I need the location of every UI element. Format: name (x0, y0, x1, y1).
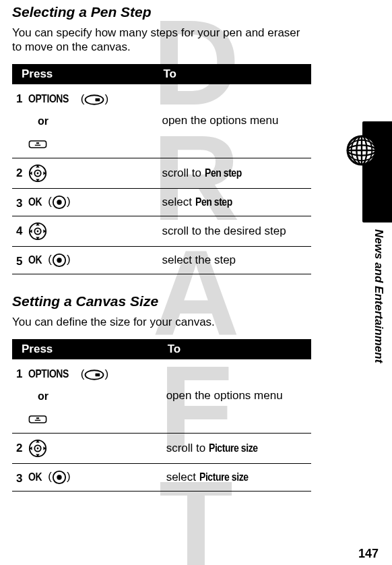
col-press: Press (12, 64, 158, 84)
svg-rect-4 (35, 144, 40, 145)
to-cell: open the options menu (162, 359, 311, 434)
section2-body: You can define the size for your canvas. (12, 315, 311, 329)
ok-key-label: OK (28, 196, 42, 209)
right-softkey-icon (84, 90, 104, 108)
press-cell (28, 434, 162, 464)
table-row: 5 OK ( ) select the step (12, 247, 311, 274)
table-row: 1 OPTIONS ( ) or open the options menu (12, 359, 311, 434)
to-cell: scroll to the desired step (158, 216, 311, 247)
step-number: 2 (12, 158, 28, 189)
svg-point-22 (57, 258, 61, 263)
menu-key-icon (28, 409, 47, 427)
table-row: 2 scroll to Picture size (12, 434, 311, 464)
menu-ref: Pen step (195, 196, 232, 209)
or-label: or (38, 113, 154, 130)
press-cell: OPTIONS ( ) or (28, 84, 158, 158)
table-row: 3 OK ( ) select Picture size (12, 464, 311, 492)
nav-key-icon (28, 164, 47, 183)
svg-point-13 (57, 200, 61, 205)
step-number: 5 (12, 247, 28, 274)
section2-heading: Setting a Canvas Size (12, 293, 311, 309)
ok-key-label: OK (28, 471, 42, 484)
section1-body: You can specify how many steps for your … (12, 26, 311, 55)
nav-key-icon (28, 222, 47, 241)
table-row: 2 scroll to Pen step (12, 158, 311, 189)
table-row: 3 OK ( ) select Pen step (12, 189, 311, 216)
svg-rect-24 (96, 374, 100, 377)
step-number: 1 (12, 359, 28, 434)
to-cell: scroll to Pen step (158, 158, 311, 189)
svg-point-16 (37, 231, 39, 233)
center-select-icon (52, 470, 67, 485)
menu-ref: Picture size (209, 442, 258, 455)
press-cell (28, 158, 158, 189)
nav-key-icon (28, 439, 47, 458)
step-number: 3 (12, 464, 28, 492)
center-select-icon (52, 253, 67, 268)
press-cell: OPTIONS ( ) or (28, 359, 162, 434)
table-row: 1 OPTIONS ( ) or open the options menu (12, 84, 311, 158)
page-number: 147 (358, 547, 379, 561)
col-to: To (158, 64, 311, 84)
svg-rect-27 (35, 419, 40, 420)
press-cell: OK ( ) (28, 189, 158, 216)
to-cell: select the step (158, 247, 311, 274)
svg-point-36 (57, 475, 61, 480)
svg-rect-26 (36, 417, 39, 419)
step-number: 1 (12, 84, 28, 158)
menu-key-icon (28, 134, 47, 152)
section1-heading: Selecting a Pen Step (12, 4, 311, 20)
svg-rect-2 (29, 141, 46, 148)
section2-table: Press To 1 OPTIONS ( ) or (12, 339, 311, 492)
to-cell: select Picture size (162, 464, 311, 492)
menu-ref: Picture size (199, 471, 249, 484)
step-number: 3 (12, 189, 28, 216)
press-cell: OK ( ) (28, 464, 162, 492)
svg-rect-25 (29, 416, 46, 423)
to-cell: select Pen step (158, 189, 311, 216)
step-number: 4 (12, 216, 28, 247)
menu-ref: Pen step (205, 167, 242, 180)
page-content: Selecting a Pen Step You can specify how… (0, 0, 330, 492)
globe-icon (346, 135, 377, 169)
col-press: Press (12, 339, 162, 359)
press-cell (28, 216, 158, 247)
table-row: 4 scroll to the desired step (12, 216, 311, 247)
ok-key-label: OK (28, 254, 42, 267)
step-number: 2 (12, 434, 28, 464)
to-cell: scroll to Picture size (162, 434, 311, 464)
or-label: or (38, 388, 158, 405)
svg-rect-3 (36, 142, 39, 144)
to-cell: open the options menu (158, 84, 311, 158)
col-to: To (162, 339, 311, 359)
svg-point-7 (37, 173, 39, 175)
right-softkey-icon (84, 365, 104, 383)
press-cell: OK ( ) (28, 247, 158, 274)
section1-table: Press To 1 OPTIONS ( ) or (12, 64, 311, 275)
side-label: News and Entertainment (372, 229, 385, 363)
svg-point-0 (86, 95, 104, 105)
svg-rect-1 (96, 98, 100, 102)
svg-point-30 (37, 448, 39, 450)
options-key-label: OPTIONS (28, 90, 69, 108)
svg-point-23 (86, 370, 104, 380)
options-key-label: OPTIONS (28, 365, 69, 383)
center-select-icon (52, 195, 67, 210)
